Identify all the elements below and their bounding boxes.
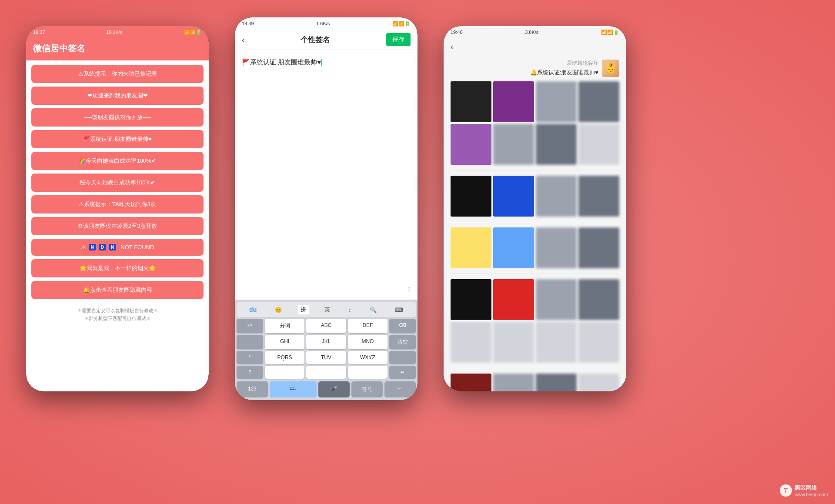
divider (451, 222, 619, 222)
kb-key-empty (389, 351, 416, 364)
img-thumb (578, 227, 619, 268)
image-grid-2 (444, 173, 626, 219)
watermark-url: www.heiqu.com (795, 492, 828, 497)
phone3-signal: 3.8K/s (525, 30, 538, 35)
badge-d: D (99, 244, 106, 250)
kb-rows: -> 分词 ABC DEF ⌫ , GHI JKL MNO 清空 ° PQRS … (237, 319, 416, 379)
post-username: 爱吃辣论客厅 (567, 60, 598, 67)
kb-key-abc[interactable]: ABC (306, 319, 346, 333)
kb-tool-en[interactable]: 英 (322, 305, 333, 314)
kb-key-wxyz[interactable]: WXYZ (348, 351, 387, 364)
save-button[interactable]: 保存 (386, 33, 411, 46)
phone1-list: ⚠系统提示：你的来访已被记录 ❤欢迎来到我的朋友圈❤ ──该朋友圈仅对你开放──… (26, 60, 209, 304)
watermark-brand: 黑区网络 (795, 484, 828, 492)
kb-key-pqrs[interactable]: PQRS (265, 351, 304, 364)
phone2-status-bar: 19:39 1.6K/s 📶📶🔋 (235, 17, 418, 30)
kb-symbol[interactable]: 符号 (351, 381, 383, 397)
img-thumb (578, 279, 619, 320)
phone3-time: 19:40 (451, 30, 463, 35)
phone1-signal: 19.1K/s (106, 30, 122, 35)
img-thumb (451, 374, 491, 391)
kb-row-1: -> 分词 ABC DEF ⌫ (237, 319, 416, 333)
phone3: 19:40 3.8K/s 📶📶🔋 ‹ 爱吃辣论客厅 🔔系统认证:朋友圈谁最帅♥ … (444, 26, 626, 391)
post-text: 🔔系统认证:朋友圈谁最帅♥ (530, 69, 598, 77)
phone3-icons: 📶📶🔋 (601, 30, 619, 35)
img-thumb (578, 176, 619, 217)
kb-key-ghi[interactable]: GHI (265, 335, 304, 349)
post-header: 爱吃辣论客厅 🔔系统认证:朋友圈谁最帅♥ 👶 (444, 55, 626, 79)
phone1-time: 19:37 (33, 30, 45, 35)
kb-mic[interactable]: 🎤 (318, 381, 350, 397)
kb-row-4: ? ↵ (237, 366, 416, 379)
img-thumb (578, 322, 619, 363)
img-thumb (493, 227, 534, 268)
kb-key-enter[interactable]: ↵ (389, 366, 416, 379)
signature-text: 🚩系统认证:朋友圈谁最帅♥ (242, 57, 411, 67)
kb-tool-switch[interactable]: ↕ (346, 306, 354, 314)
phone3-nav: ‹ (444, 38, 626, 55)
kb-zhong[interactable]: 中· (270, 381, 317, 397)
keyboard: du 😊 拼 英 ↕ 🔍 ⌨ -> 分词 ABC DEF ⌫ , (235, 300, 418, 400)
phone1-title-text: 微信居中签名 (33, 43, 85, 53)
kb-key-jkl[interactable]: JKL (306, 335, 346, 349)
list-item-not-found[interactable]: ⚠ N D N NOT FOUND (31, 239, 204, 256)
phone3-back-icon[interactable]: ‹ (451, 42, 454, 52)
watermark: T 黑区网络 www.heiqu.com (780, 484, 828, 497)
back-arrow-icon[interactable]: ‹ (242, 35, 245, 45)
divider (451, 368, 619, 368)
img-thumb (493, 322, 534, 363)
img-thumb (451, 81, 491, 122)
phone2-nav-title: 个性签名 (301, 35, 330, 45)
kb-row-3: ° PQRS TUV WXYZ (237, 351, 416, 364)
kb-key-space3[interactable] (306, 366, 346, 379)
phone1-status-bar: 19:37 19.1K/s 📶📶🔋 (26, 26, 209, 38)
kb-key-space4[interactable] (348, 366, 387, 379)
watermark-logo: T (780, 484, 792, 497)
kb-key-space2[interactable] (265, 366, 304, 379)
kb-key-backspace[interactable]: ⌫ (389, 319, 416, 333)
phone3-feed: 爱吃辣论客厅 🔔系统认证:朋友圈谁最帅♥ 👶 (444, 55, 626, 391)
kb-key-question[interactable]: ? (237, 366, 263, 379)
list-item[interactable]: ──该朋友圈仅对你开放── (31, 108, 204, 127)
phone1-icons: 📶📶🔋 (184, 30, 202, 35)
img-thumb (536, 374, 577, 391)
img-thumb (451, 322, 491, 363)
phone2-time: 19:39 (242, 21, 254, 26)
phone2-screen: 19:39 1.6K/s 📶📶🔋 ‹ 个性签名 保存 🚩系统认证:朋友圈谁最帅♥… (235, 17, 418, 400)
kb-tool-search[interactable]: 🔍 (367, 306, 379, 314)
kb-key-fenchi[interactable]: 分词 (265, 319, 304, 333)
kb-key-tuv[interactable]: TUV (306, 351, 346, 364)
phone1-app-title: 微信居中签名 (26, 38, 209, 60)
text-edit-area[interactable]: 🚩系统认证:朋友圈谁最帅♥ 0 (235, 50, 418, 300)
list-item[interactable]: 🌈今天向她表白成功率100%✔ (31, 152, 204, 170)
list-item[interactable]: 秘今天向她表白成功率100%✔ (31, 174, 204, 192)
kb-tool-emoji[interactable]: 😊 (272, 306, 284, 314)
phone1-footer1: ⚠需要自定义可以复制模板自行修改⚠ (30, 307, 204, 315)
kb-tool-keyboard[interactable]: ⌨ (392, 306, 406, 314)
avatar: 👶 (602, 60, 619, 77)
img-thumb (493, 279, 534, 320)
list-item[interactable]: ⚠系统提示：TA昨天访问你3次 (31, 195, 204, 214)
kb-key-def[interactable]: DEF (348, 319, 387, 333)
list-item[interactable]: 🌟我就是我，不一样的烟火🌟 (31, 259, 204, 277)
image-grid-5 (444, 371, 626, 391)
not-found-text: NOT FOUND (120, 244, 154, 250)
list-item[interactable]: ❤欢迎来到我的朋友圈❤ (31, 87, 204, 105)
kb-key-mno[interactable]: MNO (348, 335, 387, 349)
list-item[interactable]: 🔔点击查看朋友圈隐藏内容 (31, 281, 204, 299)
kb-tool-pinyin[interactable]: 拼 (298, 305, 309, 314)
kb-tool-du[interactable]: du (247, 305, 259, 314)
list-item[interactable]: ♻该朋友圈仅在凌晨2至3点开放 (31, 217, 204, 235)
img-thumb (451, 227, 491, 268)
kb-key-degree[interactable]: ° (237, 351, 263, 364)
kb-key-arrow[interactable]: -> (237, 319, 263, 333)
list-item[interactable]: 🚩系统认证:朋友圈谁最帅♥ (31, 130, 204, 148)
kb-key-comma[interactable]: , (237, 335, 263, 349)
kb-return[interactable]: ↵ (384, 381, 416, 397)
kb-num[interactable]: 123 (237, 381, 268, 397)
phone1-footer2: ⚠部分机型不匹配可自行调试⚠ (30, 315, 204, 323)
phone2-icons: 📶📶🔋 (392, 21, 411, 27)
img-thumb (451, 124, 491, 165)
list-item[interactable]: ⚠系统提示：你的来访已被记录 (31, 65, 204, 83)
kb-key-clear[interactable]: 清空 (389, 335, 416, 349)
